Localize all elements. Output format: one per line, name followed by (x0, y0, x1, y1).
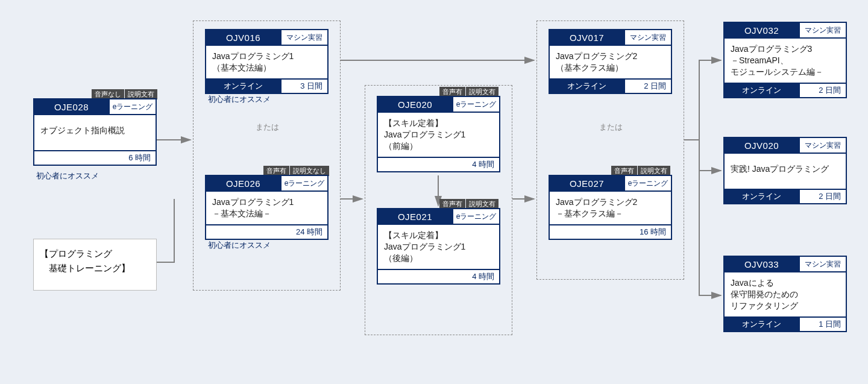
card-tag: マシン実習 (280, 30, 327, 45)
card-duration: 2 日間 (799, 190, 846, 203)
card-tag: マシン実習 (799, 23, 846, 37)
beginner-note-oje028: 初心者にオススメ (36, 171, 99, 181)
card-title: 実践! Javaプログラミング (725, 154, 846, 189)
card-title: Javaによる保守開発のためのリファクタリング (725, 272, 846, 316)
card-title: 【スキル定着】Javaプログラミング1（後編） (378, 225, 499, 269)
card-ojv017[interactable]: OJV017 マシン実習 Javaプログラミング2（基本クラス編） オンライン … (549, 29, 672, 94)
or-text-2: または (599, 122, 623, 133)
card-title: オブジェクト指向概説 (34, 115, 156, 150)
card-code: OJE021 (378, 209, 452, 224)
card-oje020[interactable]: OJE020 eラーニング 【スキル定着】Javaプログラミング1（前編） 4 … (377, 96, 500, 172)
card-ojv033[interactable]: OJV033 マシン実習 Javaによる保守開発のためのリファクタリング オンラ… (723, 256, 847, 332)
card-ojv032[interactable]: OJV032 マシン実習 Javaプログラミング3－StreamAPI、モジュー… (723, 22, 847, 98)
card-title: Javaプログラミング1－基本文法編－ (206, 192, 327, 224)
card-tag: マシン実習 (624, 30, 671, 45)
card-tag: eラーニング (452, 209, 499, 224)
card-code: OJV020 (725, 138, 799, 153)
card-tag: eラーニング (108, 99, 156, 114)
card-title: 【スキル定着】Javaプログラミング1（前編） (378, 113, 499, 157)
card-oje021[interactable]: OJE021 eラーニング 【スキル定着】Javaプログラミング1（後編） 4 … (377, 208, 500, 285)
card-code: OJE027 (550, 176, 624, 190)
card-code: OJV016 (206, 30, 280, 45)
card-duration: 16 時間 (550, 224, 671, 239)
course-flow-diagram: 音声なし説明文有 OJE028 eラーニング オブジェクト指向概説 6 時間 初… (0, 0, 868, 384)
card-online: オンライン (206, 80, 280, 93)
card-oje027[interactable]: OJE027 eラーニング Javaプログラミング2－基本クラス編－ 16 時間 (549, 175, 672, 240)
card-online: オンライン (725, 84, 799, 97)
card-code: OJV032 (725, 23, 799, 37)
card-ojv016[interactable]: OJV016 マシン実習 Javaプログラミング1（基本文法編） オンライン 3… (205, 29, 329, 94)
card-tag: eラーニング (624, 176, 671, 190)
beginner-note-oje026: 初心者にオススメ (208, 240, 271, 251)
card-tag: eラーニング (452, 97, 499, 112)
card-duration: 2 日間 (799, 84, 846, 97)
card-online: オンライン (725, 190, 799, 203)
card-duration: 3 日間 (280, 80, 327, 93)
or-text-1: または (256, 122, 279, 133)
card-online: オンライン (725, 318, 799, 331)
card-online: オンライン (550, 80, 624, 93)
card-oje028[interactable]: OJE028 eラーニング オブジェクト指向概説 6 時間 (33, 98, 157, 166)
card-title: Javaプログラミング1（基本文法編） (206, 46, 327, 78)
program-title-card: 【プログラミング 基礎トレーニング】 (33, 239, 157, 291)
card-ojv020[interactable]: OJV020 マシン実習 実践! Javaプログラミング オンライン 2 日間 (723, 137, 847, 204)
beginner-note-ojv016: 初心者にオススメ (208, 94, 271, 105)
card-duration: 4 時間 (378, 269, 499, 283)
card-duration: 24 時間 (206, 224, 327, 239)
card-code: OJV033 (725, 257, 799, 271)
card-tag: マシン実習 (799, 257, 846, 271)
card-code: OJV017 (550, 30, 624, 45)
card-duration: 6 時間 (34, 150, 156, 165)
card-title: Javaプログラミング2－基本クラス編－ (550, 192, 671, 224)
card-duration: 4 時間 (378, 157, 499, 171)
card-code: OJE026 (206, 176, 280, 190)
card-oje026[interactable]: OJE026 eラーニング Javaプログラミング1－基本文法編－ 24 時間 (205, 175, 329, 240)
card-tag: eラーニング (280, 176, 327, 190)
card-duration: 2 日間 (624, 80, 671, 93)
card-title: Javaプログラミング2（基本クラス編） (550, 46, 671, 78)
card-duration: 1 日間 (799, 318, 846, 331)
card-code: OJE020 (378, 97, 452, 112)
card-tag: マシン実習 (799, 138, 846, 153)
card-code: OJE028 (34, 99, 108, 114)
card-title: Javaプログラミング3－StreamAPI、モジュールシステム編－ (725, 39, 846, 83)
